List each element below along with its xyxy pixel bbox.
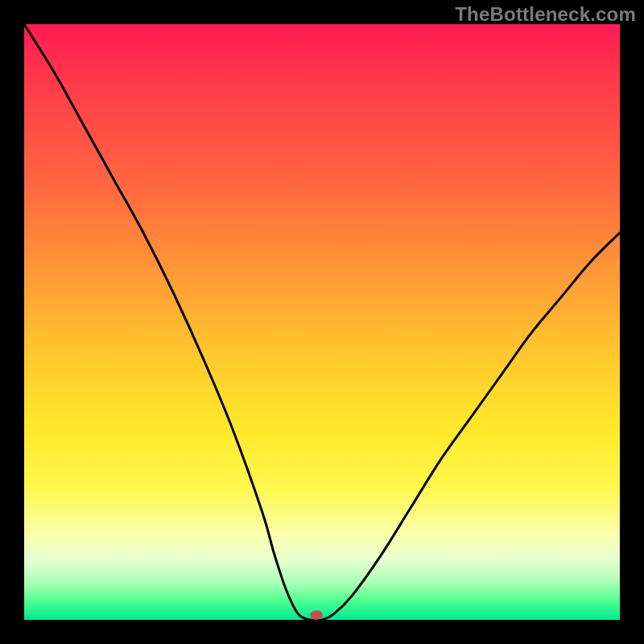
watermark-text: TheBottleneck.com bbox=[455, 3, 636, 26]
plot-area bbox=[24, 24, 620, 620]
bottleneck-curve bbox=[24, 24, 620, 620]
optimal-marker bbox=[310, 611, 322, 620]
curve-svg bbox=[24, 24, 620, 620]
chart-frame: TheBottleneck.com bbox=[0, 0, 644, 644]
